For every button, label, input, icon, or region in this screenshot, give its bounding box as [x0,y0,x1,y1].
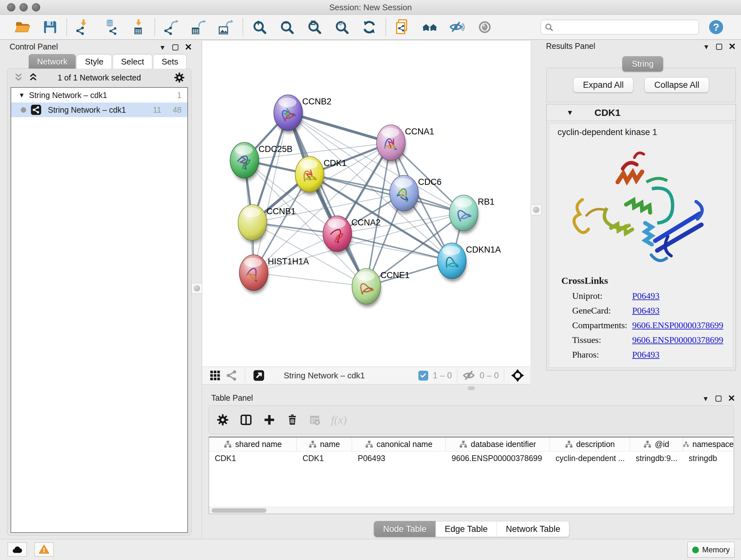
table-panel-menu-icon[interactable]: ▼ [702,395,709,402]
horizontal-splitter-handle[interactable] [468,386,475,390]
table-row[interactable]: CDK1 CDK1 P06493 9606.ENSP00000378699 cy… [209,451,734,465]
network-edge[interactable] [254,273,366,287]
show-graphics-details-button[interactable] [471,17,498,38]
tab-select[interactable]: Select [113,54,152,69]
results-panel-float-button[interactable] [716,44,722,50]
control-panel-menu-icon[interactable]: ▼ [159,44,166,51]
cell-database-identifier[interactable]: 9606.ENSP00000378699 [446,454,550,463]
expand-all-button[interactable]: Expand All [573,77,634,92]
cell-description[interactable]: cyclin-dependent ... [550,454,630,463]
left-splitter-handle[interactable] [192,283,202,294]
network-graph[interactable]: CCNB2CCNA1CDC25BCDK1CDC6RB1CCNB1CCNA2CDK… [202,41,530,367]
tree-expander-icon[interactable]: ▼ [16,91,27,99]
selected-nodes-checkbox[interactable] [418,371,428,381]
network-row[interactable]: String Network – cdk1 11 48 [11,103,187,117]
show-columns-button[interactable] [240,414,253,426]
node-details-header[interactable]: ▼ CDK1 [547,105,736,121]
string-home-button[interactable] [416,17,444,38]
open-in-new-window-button[interactable] [251,368,267,383]
crosslink-uniprot-link[interactable]: P06493 [632,291,660,301]
table-options-button[interactable] [217,414,229,426]
cloud-status-button[interactable] [8,543,27,557]
network-canvas[interactable]: CCNB2CCNA1CDC25BCDK1CDC6RB1CCNB1CCNA2CDK… [202,41,530,367]
column-header-id[interactable]: @id [630,437,683,451]
cell-id[interactable]: stringdb:9... [630,454,683,463]
search-input[interactable] [541,20,699,35]
clone-network-icon [394,19,411,36]
toolbar-separator [154,18,155,36]
network-node-CDK1[interactable]: CDK1 [295,157,347,195]
network-node-CDC25B[interactable]: CDC25B [230,142,293,181]
birds-eye-grid-button[interactable] [207,368,223,383]
network-node-CCNE1[interactable]: CCNE1 [352,268,410,307]
collapse-all-button[interactable]: Collapse All [644,77,709,92]
network-node-CCNB1[interactable]: CCNB1 [238,205,296,243]
tab-style[interactable]: Style [77,54,112,69]
tab-network-table[interactable]: Network Table [497,521,569,537]
hide-selected-button[interactable] [444,17,471,38]
save-session-button[interactable] [37,17,64,38]
control-panel-close-button[interactable]: ✕ [185,43,192,52]
import-network-file-button[interactable] [70,17,97,38]
tab-sets[interactable]: Sets [153,54,186,69]
network-node-CDC6[interactable]: CDC6 [390,175,442,214]
tab-node-table[interactable]: Node Table [374,521,435,537]
zoom-in-button[interactable] [246,17,273,38]
column-header-description[interactable]: description [550,437,630,451]
tab-edge-table[interactable]: Edge Table [435,521,497,537]
crosslink-compartments-link[interactable]: 9606.ENSP00000378699 [632,320,723,330]
export-image-button[interactable] [212,17,240,38]
import-table-button[interactable] [125,17,152,38]
horizontal-scrollbar[interactable] [209,507,734,514]
scrollbar-thumb[interactable] [212,508,266,513]
help-button[interactable]: ? [708,19,724,36]
clone-network-button[interactable] [389,17,416,38]
crosslink-pharos-link[interactable]: P06493 [632,350,660,360]
column-header-shared-name[interactable]: shared name [209,437,297,451]
network-node-HIST1H1A[interactable]: HIST1H1A [239,255,309,294]
network-node-CCNA1[interactable]: CCNA1 [377,125,434,164]
function-builder-button[interactable]: f(x) [331,413,347,427]
collapse-entry-icon[interactable]: ▼ [566,109,574,117]
network-node-CDKN1A[interactable]: CDKN1A [437,243,501,282]
delete-table-button[interactable] [309,415,320,425]
tab-network[interactable]: Network [29,54,76,69]
zoom-selected-button[interactable] [328,17,355,38]
network-edge[interactable] [288,113,391,143]
tab-string[interactable]: String [622,56,663,71]
cell-name[interactable]: CDK1 [297,454,352,463]
network-overview-button[interactable] [223,368,240,383]
open-session-button[interactable] [9,17,37,38]
export-network-button[interactable] [158,17,185,38]
network-edge[interactable] [254,113,288,273]
memory-button[interactable]: Memory [687,542,735,558]
crosslink-genecard-link[interactable]: P06493 [632,306,660,316]
results-panel-close-button[interactable]: ✕ [729,42,736,51]
warnings-button[interactable] [35,543,54,557]
network-node-CCNA2[interactable]: CCNA2 [323,216,381,254]
cell-canonical-name[interactable]: P06493 [352,454,446,463]
zoom-out-button[interactable] [273,17,300,38]
column-header-name[interactable]: name [297,437,352,451]
search-field[interactable] [556,23,695,32]
table-panel-float-button[interactable] [716,395,722,401]
crosslink-tissues-link[interactable]: 9606.ENSP00000378699 [632,335,723,345]
delete-column-button[interactable] [286,414,298,426]
column-header-namespace[interactable]: namespace [683,437,734,451]
results-panel-menu-icon[interactable]: ▼ [703,44,710,50]
refresh-button[interactable] [355,17,383,38]
export-table-button[interactable] [185,17,212,38]
cell-shared-name[interactable]: CDK1 [209,454,297,463]
create-column-button[interactable] [263,414,275,426]
network-node-CCNB2[interactable]: CCNB2 [274,95,332,133]
network-collection-row[interactable]: ▼ String Network – cdk1 1 [11,88,187,103]
network-node-RB1[interactable]: RB1 [449,195,495,234]
fit-selected-button[interactable] [509,368,526,383]
import-network-database-button[interactable] [97,17,125,38]
control-panel-float-button[interactable] [172,44,179,51]
cell-namespace[interactable]: stringdb [683,454,734,463]
zoom-fit-button[interactable] [300,17,328,38]
column-header-canonical-name[interactable]: canonical name [352,437,446,451]
table-panel-close-button[interactable]: ✕ [728,394,735,403]
column-header-database-identifier[interactable]: database identifier [446,437,550,451]
